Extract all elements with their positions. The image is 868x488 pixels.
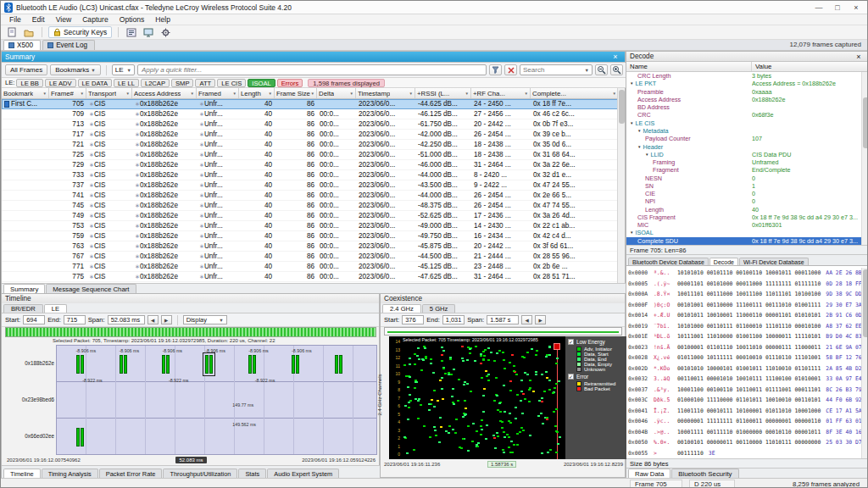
packet-dot[interactable] (513, 365, 515, 367)
packet-dot[interactable] (418, 358, 420, 360)
settings-gear-icon[interactable] (159, 26, 172, 38)
packet-dot[interactable] (437, 400, 439, 402)
packet-dot[interactable] (452, 429, 454, 430)
packet-dot[interactable] (532, 391, 535, 392)
packet-dot[interactable] (482, 411, 485, 413)
column-header-transport[interactable]: Transport▼ (86, 88, 132, 98)
packet-dot[interactable] (482, 351, 485, 352)
packet-dot[interactable] (521, 413, 524, 414)
packet-dot[interactable] (520, 400, 522, 402)
packet-dot[interactable] (445, 430, 448, 432)
selected-packet-marker[interactable] (554, 343, 560, 350)
packet-dot[interactable] (545, 371, 548, 373)
packet-dot[interactable] (433, 406, 436, 408)
new-capture-icon[interactable] (5, 26, 19, 38)
packet-dot[interactable] (528, 401, 531, 402)
expand-arrow-icon[interactable]: ▼ (645, 152, 648, 157)
packet-dot[interactable] (555, 408, 558, 410)
expand-arrow-icon[interactable]: ▼ (630, 81, 633, 86)
packet-dot[interactable] (547, 452, 549, 453)
packet-dot[interactable] (519, 431, 521, 433)
table-row[interactable]: 745CIS0x188b262eUnfr...408600:0...2023/0… (2, 201, 619, 211)
packet-dot[interactable] (408, 407, 410, 408)
security-keys-button[interactable]: Security Keys (48, 26, 112, 38)
packet-dot[interactable] (461, 346, 464, 347)
table-row[interactable]: 767CIS0x188b262eUnfr...408600:0...2023/0… (2, 252, 619, 262)
decode-row-cie[interactable]: CIE0 (626, 190, 863, 197)
packet-dot[interactable] (524, 372, 526, 374)
packet-dot[interactable] (420, 404, 422, 406)
protocol-tab-le-bb[interactable]: LE BB (16, 79, 43, 87)
timeline-plot[interactable]: -8.906 ms-8.906 ms-8.906 ms-8.906 ms-8.9… (56, 345, 377, 455)
packet-dot[interactable] (450, 374, 453, 375)
decode-row-isoal[interactable]: ▼ISOAL (626, 229, 863, 236)
table-row[interactable]: 709CIS0x188b262eUnfr...408600:0...2023/0… (2, 109, 619, 119)
packet-dot[interactable] (433, 426, 436, 428)
protocol-tab-smp[interactable]: SMP (171, 79, 193, 87)
packet-dot[interactable] (459, 446, 461, 448)
packet-dot[interactable] (496, 432, 498, 434)
hex-row[interactable]: 0x002D*.KÒo00101010 10000101 01001011 11… (628, 363, 863, 374)
maximize-button[interactable]: □ (828, 3, 847, 12)
low-energy-checkbox[interactable]: ✓ (568, 339, 574, 345)
packet-dot[interactable] (520, 427, 523, 429)
packet-dot[interactable] (485, 370, 487, 372)
decode-row-crc-length[interactable]: CRC Length3 bytes (626, 72, 863, 80)
packet-dot[interactable] (548, 389, 551, 391)
display-monitor-icon[interactable] (142, 26, 155, 38)
packet-dot[interactable] (457, 400, 459, 402)
event-list-icon[interactable] (125, 26, 138, 38)
packet-dot[interactable] (483, 388, 486, 390)
packet-dot[interactable] (461, 358, 464, 359)
protocol-tab-le-ll[interactable]: LE LL (114, 79, 139, 87)
packet-bar[interactable] (248, 355, 256, 374)
packet-dot[interactable] (502, 352, 504, 353)
decode-row-le-pkt[interactable]: ▼LE PKTAccess Address = 0x188b262e (626, 80, 863, 87)
filter-dropdown-icon[interactable]: ▼ (269, 92, 272, 96)
packet-dot[interactable] (537, 415, 540, 417)
close-button[interactable]: × (847, 3, 865, 12)
packet-dot[interactable] (523, 357, 526, 358)
protocol-tab-le-data[interactable]: LE DATA (78, 79, 113, 87)
packet-dot[interactable] (520, 380, 523, 381)
table-row[interactable]: 753CIS0x188b262eUnfr...408600:0...2023/0… (2, 221, 619, 231)
column-header-rf-cha[interactable]: +RF Cha...▼ (471, 88, 531, 98)
packet-dot[interactable] (529, 380, 531, 381)
packet-dot[interactable] (545, 356, 548, 358)
packet-dot[interactable] (472, 423, 475, 424)
packet-dot[interactable] (467, 450, 470, 452)
decode-row-nesn[interactable]: NESN0 (626, 174, 863, 181)
column-header-timestamp[interactable]: Timestamp▼ (356, 88, 415, 98)
packet-dot[interactable] (542, 423, 544, 424)
packet-dot[interactable] (499, 411, 502, 413)
column-header-bookmark[interactable]: Bookmark▼ (2, 88, 49, 98)
packet-dot[interactable] (448, 425, 451, 427)
packet-dot[interactable] (408, 402, 410, 403)
packet-dot[interactable] (477, 442, 480, 444)
packet-dot[interactable] (403, 436, 406, 438)
decode-row-sn[interactable]: SN1 (626, 182, 863, 190)
packet-dot[interactable] (556, 358, 559, 359)
packet-dot[interactable] (474, 360, 476, 362)
packet-dot[interactable] (404, 437, 407, 439)
column-header-length[interactable]: Length▼ (239, 88, 275, 98)
decode-row-length[interactable]: Length40 (626, 206, 863, 214)
coex-band-2-4-ghz[interactable]: 2.4 GHz (382, 304, 421, 313)
timeline-start-value[interactable]: 694 (23, 315, 45, 324)
packet-dot[interactable] (416, 355, 419, 357)
packet-dot[interactable] (516, 433, 519, 435)
packet-dot[interactable] (486, 424, 488, 426)
packet-dot[interactable] (452, 402, 454, 403)
packet-dot[interactable] (529, 435, 531, 436)
decode-row-metadata[interactable]: ▼Metadata (626, 127, 863, 135)
packet-bar[interactable] (335, 355, 342, 374)
packet-dot[interactable] (442, 350, 445, 352)
packet-dot[interactable] (528, 389, 531, 391)
packet-dot[interactable] (535, 374, 537, 375)
packet-dot[interactable] (428, 409, 431, 411)
filter-dropdown-icon[interactable]: ▼ (81, 92, 84, 96)
menu-capture[interactable]: Capture (77, 15, 114, 24)
packet-dot[interactable] (480, 425, 482, 427)
packet-dot[interactable] (487, 380, 490, 381)
packet-dot[interactable] (524, 398, 526, 400)
